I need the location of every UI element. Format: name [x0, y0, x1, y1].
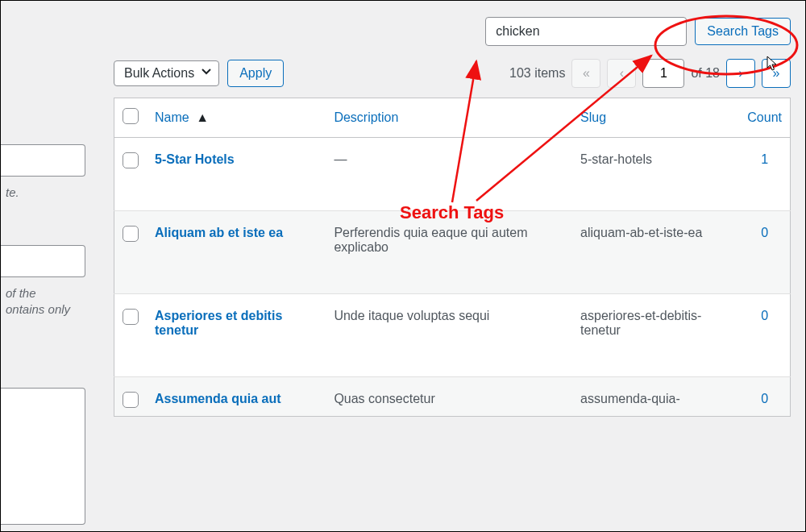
cell-count: 1: [739, 138, 790, 211]
apply-button[interactable]: Apply: [227, 60, 284, 87]
tag-count-link[interactable]: 0: [761, 309, 768, 322]
first-page-button: «: [571, 59, 600, 88]
cell-slug: 5-star-hotels: [572, 138, 739, 211]
sort-asc-icon: ▲: [196, 110, 209, 125]
cell-count: 0: [739, 211, 790, 294]
cell-name: Asperiores et debitis tenetur: [147, 294, 326, 377]
row-checkbox[interactable]: [123, 152, 139, 168]
row-checkbox[interactable]: [123, 309, 139, 325]
col-desc-header[interactable]: Description: [326, 98, 572, 138]
tablenav: Bulk Actions Apply 103 items « ‹ of 18 ›…: [114, 59, 791, 88]
current-page-input[interactable]: [642, 59, 684, 88]
cell-slug: aliquam-ab-et-iste-ea: [572, 211, 739, 294]
cell-count: 0: [739, 377, 790, 417]
search-row: Search Tags: [114, 17, 791, 46]
cell-name: Assumenda quia aut: [147, 377, 326, 417]
cell-slug: assumenda-quia-: [572, 377, 739, 417]
select-all-checkbox[interactable]: [123, 108, 139, 124]
cell-desc: Unde itaque voluptas sequi: [326, 294, 572, 377]
col-name-header[interactable]: Name ▲: [147, 98, 326, 138]
row-checkbox[interactable]: [123, 226, 139, 242]
col-count-header[interactable]: Count: [739, 98, 790, 138]
col-name-label: Name: [155, 110, 189, 124]
cell-count: 0: [739, 294, 790, 377]
tag-name-link[interactable]: Aliquam ab et iste ea: [155, 226, 283, 239]
cell-name: Aliquam ab et iste ea: [147, 211, 326, 294]
table-row: Assumenda quia autQuas consecteturassume…: [114, 377, 791, 417]
cell-desc: Quas consectetur: [326, 377, 572, 417]
fragment-text-2: of the: [6, 285, 36, 301]
next-page-button[interactable]: ›: [726, 59, 755, 88]
last-page-button[interactable]: »: [762, 59, 791, 88]
cell-desc: —: [326, 138, 572, 211]
fragment-text-3: ontains only: [6, 301, 70, 318]
bulk-actions-label: Bulk Actions: [124, 66, 194, 81]
fragment-text-1: te.: [6, 185, 19, 201]
tags-table: Name ▲ Description Slug Count 5-Star Hot…: [114, 98, 791, 417]
tag-name-link[interactable]: Assumenda quia aut: [155, 392, 280, 405]
partial-textarea[interactable]: [1, 388, 85, 525]
prev-page-button: ‹: [607, 59, 636, 88]
cell-slug: asperiores-et-debitis-tenetur: [572, 294, 739, 377]
items-count-text: 103 items: [509, 66, 565, 81]
search-tags-button[interactable]: Search Tags: [695, 18, 791, 45]
table-row: Asperiores et debitis teneturUnde itaque…: [114, 294, 791, 377]
search-input[interactable]: [485, 17, 687, 46]
tag-count-link[interactable]: 0: [761, 392, 768, 405]
chevron-down-icon: [201, 66, 212, 81]
table-row: 5-Star Hotels—5-star-hotels1: [114, 138, 791, 211]
bulk-actions-select[interactable]: Bulk Actions: [114, 60, 219, 86]
row-checkbox[interactable]: [123, 392, 139, 408]
of-pages-text: of 18: [691, 66, 720, 81]
tag-name-link[interactable]: 5-Star Hotels: [155, 152, 235, 166]
left-sidebar-fragment: te. of the ontains only: [1, 1, 106, 531]
partial-input-2[interactable]: [1, 245, 85, 277]
col-slug-header[interactable]: Slug: [572, 98, 739, 138]
tag-count-link[interactable]: 1: [761, 152, 768, 166]
tag-name-link[interactable]: Asperiores et debitis tenetur: [155, 309, 282, 337]
annotation-label: Search Tags: [400, 202, 504, 223]
cell-name: 5-Star Hotels: [147, 138, 326, 211]
partial-input-1[interactable]: [1, 144, 85, 177]
tag-count-link[interactable]: 0: [761, 226, 768, 239]
